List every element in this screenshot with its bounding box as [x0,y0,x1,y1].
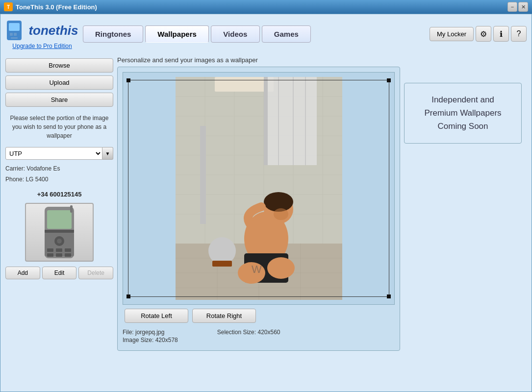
svg-rect-3 [14,33,17,36]
top-right-buttons: My Locker ⚙ ℹ ? [430,26,527,42]
window-controls: − ✕ [507,2,528,12]
svg-rect-4 [11,37,18,39]
app-icon: T [4,2,13,11]
carrier-label: Carrier: [5,165,25,172]
svg-rect-13 [65,248,71,252]
svg-point-53 [267,257,295,279]
delete-button[interactable]: Delete [78,267,113,279]
svg-rect-17 [70,205,73,213]
carrier-name: Vodafone Es [26,165,60,172]
settings-button[interactable]: ⚙ [476,26,491,42]
handle-bottom-left[interactable] [127,294,130,298]
phone-label: Phone: [5,176,24,183]
handle-top-right[interactable] [387,78,391,82]
app-title: ToneThis 3.0 (Free Edition) [16,3,97,11]
logo-name: tonethis [28,23,78,38]
my-locker-button[interactable]: My Locker [430,27,474,41]
info-button[interactable]: ℹ [493,26,509,42]
tab-wallpapers[interactable]: Wallpapers [145,25,208,43]
tab-games[interactable]: Games [262,25,311,43]
photo-svg: W [176,77,342,300]
rotate-left-button[interactable]: Rotate Left [125,309,188,323]
nav-tabs: Ringtones Wallpapers Videos Games [83,25,426,43]
file-name: File: jorgepq.jpg [123,329,178,336]
gear-icon: ⚙ [480,29,487,39]
sidebar: Browse Upload Share Please select the po… [5,53,113,387]
svg-rect-32 [264,77,268,165]
svg-point-44 [208,237,236,265]
file-info: File: jorgepq.jpg Image Size: 420x578 Se… [123,327,395,345]
svg-rect-33 [268,77,317,165]
close-button[interactable]: ✕ [518,2,528,12]
carrier-info: Carrier: Vodafone Es Phone: LG 5400 [5,163,113,186]
image-canvas[interactable]: W [123,72,395,305]
svg-rect-46 [212,261,232,267]
phone-image [32,204,86,261]
right-panel: Independent andPremium WallpapersComing … [404,53,527,387]
svg-rect-7 [45,230,74,233]
content-area: Browse Upload Share Please select the po… [0,53,532,392]
handle-bottom-right[interactable] [387,294,391,298]
svg-rect-2 [10,33,13,36]
svg-rect-15 [56,253,62,257]
selection-size: Selection Size: 420x560 [217,329,280,336]
main-content: Personalize and send your images as a wa… [117,53,400,387]
titlebar: T ToneThis 3.0 (Free Edition) − ✕ [0,0,532,14]
help-button[interactable]: ? [511,26,527,42]
phone-name: LG 5400 [25,176,48,183]
info-icon: ℹ [500,29,503,39]
handle-top-left[interactable] [127,78,130,82]
carrier-select-container: UTP ▼ [5,147,113,160]
rotate-buttons: Rotate Left Rotate Right [123,309,395,323]
sidebar-bottom-buttons: Add Edit Delete [5,267,113,279]
app-container: tonethis Upgrade to Pro Edition Ringtone… [0,14,532,392]
svg-rect-1 [9,23,20,31]
carrier-select-arrow[interactable]: ▼ [102,147,113,160]
svg-point-51 [274,208,288,220]
edit-button[interactable]: Edit [42,267,77,279]
image-size: Image Size: 420x578 [123,337,178,343]
svg-rect-6 [47,210,72,229]
tab-videos[interactable]: Videos [211,25,260,43]
svg-text:W: W [252,263,262,275]
tagline: Personalize and send your images as a wa… [117,53,400,67]
svg-rect-16 [65,253,71,257]
image-panel: W Rotate Left Rotate Right [117,67,400,351]
svg-rect-55 [200,126,206,224]
upload-button[interactable]: Upload [5,75,113,90]
premium-area: Independent andPremium WallpapersComing … [404,83,522,144]
minimize-button[interactable]: − [507,2,517,12]
upgrade-link[interactable]: Upgrade to Pro Edition [12,43,72,49]
file-info-right: Selection Size: 420x560 [217,329,280,343]
browse-button[interactable]: Browse [5,58,113,73]
rotate-right-button[interactable]: Rotate Right [192,309,256,323]
carrier-select[interactable]: UTP [5,147,102,160]
share-button[interactable]: Share [5,93,113,107]
tab-ringtones[interactable]: Ringtones [83,25,143,43]
sidebar-info: Please select the portion of the image y… [5,110,113,144]
file-info-left: File: jorgepq.jpg Image Size: 420x578 [123,329,178,343]
logo: tonethis [6,18,78,43]
top-nav: tonethis Upgrade to Pro Edition Ringtone… [0,14,532,53]
svg-point-10 [57,239,62,244]
logo-icon [6,18,25,43]
logo-area: tonethis Upgrade to Pro Edition [5,18,79,49]
phone-preview [25,203,94,262]
help-icon: ? [517,29,521,38]
premium-text: Independent andPremium WallpapersComing … [424,93,501,133]
svg-rect-14 [47,253,53,257]
svg-rect-12 [56,248,62,252]
svg-rect-11 [47,248,53,252]
add-button[interactable]: Add [5,267,40,279]
phone-number: +34 600125145 [5,191,113,198]
